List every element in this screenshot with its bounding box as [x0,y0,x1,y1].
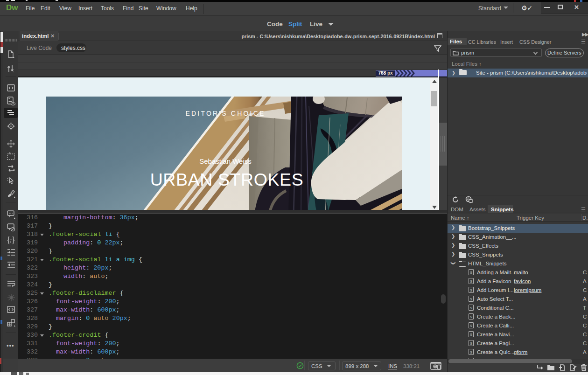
svg-text:URBAN STROKES: URBAN STROKES [150,170,304,189]
svg-text:Sebastian Weiss: Sebastian Weiss [199,157,251,165]
svg-text:EDITOR'S CHOICE: EDITOR'S CHOICE [186,110,266,117]
